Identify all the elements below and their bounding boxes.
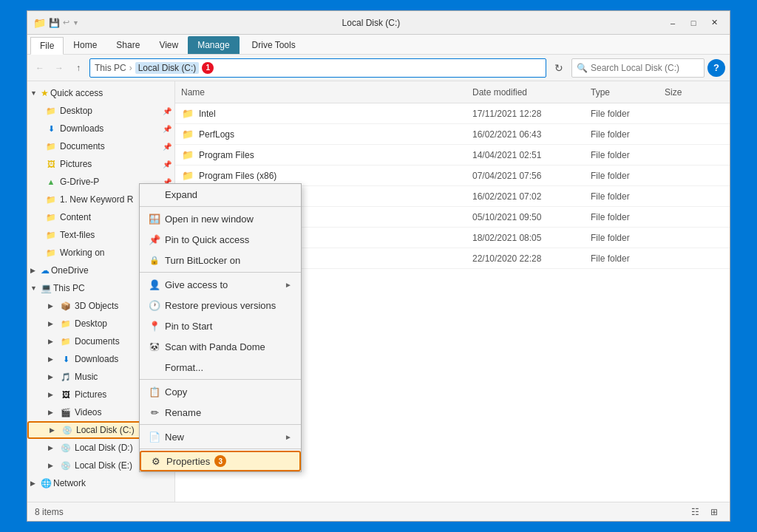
ctx-pin-to-start[interactable]: 📍 Pin to Start (140, 316, 301, 336)
ctx-restore-versions[interactable]: 🕐 Restore previous versions (140, 295, 301, 316)
sidebar-documents-label: Documents (60, 141, 160, 151)
undo-icon: ↩ (63, 18, 69, 27)
file-type-row7: File folder (591, 233, 665, 243)
textfiles-icon: 📁 (45, 229, 57, 241)
properties-icon: ⚙ (150, 455, 162, 467)
sidebar-item-downloads[interactable]: ⬇ Downloads 📌 (27, 120, 174, 137)
downloads-pc-icon: ⬇ (60, 353, 72, 365)
tab-view[interactable]: View (149, 36, 188, 54)
keyword-icon: 📁 (45, 194, 57, 205)
ctx-format[interactable]: Format... (140, 357, 301, 378)
tab-share[interactable]: Share (106, 36, 149, 54)
ctx-panda-scan[interactable]: 🐼 Scan with Panda Dome (140, 336, 301, 357)
table-row[interactable]: 📁 PerfLogs 16/02/2021 06:43 File folder (175, 124, 730, 145)
expand-icon (149, 188, 160, 200)
minimize-button[interactable]: – (663, 15, 682, 31)
format-icon (149, 361, 160, 373)
maximize-button[interactable]: □ (684, 15, 703, 31)
sidebar-item-desktop[interactable]: 📁 Desktop 📌 (27, 102, 174, 120)
downloads-pc-arrow: ▶ (48, 355, 57, 363)
new-window-icon: 🪟 (149, 213, 160, 225)
documents-icon: 📁 (45, 140, 57, 152)
ctx-open-new-window[interactable]: 🪟 Open in new window (140, 208, 301, 229)
col-header-type: Type (591, 87, 665, 98)
status-bar: 8 items ☷ ⊞ (27, 502, 730, 521)
panda-icon: 🐼 (149, 341, 160, 352)
pin-icon-documents: 📌 (163, 143, 172, 151)
pictures-pc-icon: 🖼 (60, 389, 72, 400)
local-e-arrow: ▶ (48, 462, 57, 469)
sidebar-desktop-label: Desktop (60, 106, 160, 116)
refresh-button[interactable]: ↻ (549, 58, 568, 78)
give-access-arrow: ► (285, 281, 292, 289)
col-header-name: Name (181, 87, 472, 98)
sidebar-section-network[interactable]: ▶ 🌐 Network (27, 474, 174, 492)
ribbon: File Home Share View Manage Drive Tools (27, 35, 730, 55)
ctx-rename-label: Rename (165, 407, 201, 418)
pictures-icon: 🖼 (45, 158, 57, 170)
search-icon: 🔍 (577, 63, 588, 73)
file-name-perflogs: PerfLogs (199, 129, 472, 140)
ribbon-tabs: File Home Share View Manage Drive Tools (27, 35, 730, 54)
ctx-pin-start-label: Pin to Start (165, 321, 212, 332)
title-bar-icons: 📁 💾 ↩ ▼ (33, 17, 79, 29)
ctx-new-label: New (165, 432, 184, 443)
ctx-panda-label: Scan with Panda Dome (165, 341, 265, 352)
folder-icon: 📁 (33, 17, 46, 29)
ctx-rename[interactable]: ✏ Rename (140, 402, 301, 423)
help-button[interactable]: ? (707, 59, 725, 77)
up-button[interactable]: ↑ (70, 60, 86, 76)
search-box[interactable]: 🔍 (571, 58, 705, 78)
address-path[interactable]: This PC › Local Disk (C:) 1 (89, 58, 546, 78)
tab-file[interactable]: File (30, 37, 64, 55)
file-date-programfilesx86: 07/04/2021 07:56 (472, 171, 591, 181)
ctx-pin-quick-access[interactable]: 📌 Pin to Quick access (140, 229, 301, 250)
ctx-give-access[interactable]: 👤 Give access to ► (140, 274, 301, 295)
folder-icon-intel: 📁 (181, 107, 194, 120)
ctx-new[interactable]: 📄 New ► (140, 426, 301, 447)
properties-badge: 3 (214, 455, 226, 467)
table-row[interactable]: 📁 Intel 17/11/2021 12:28 File folder (175, 103, 730, 124)
file-name-intel: Intel (199, 109, 472, 119)
desktop-pc-arrow: ▶ (48, 320, 57, 327)
ctx-copy[interactable]: 📋 Copy (140, 381, 301, 402)
music-icon: 🎵 (60, 371, 72, 383)
local-d-icon: 💿 (60, 442, 72, 454)
ctx-expand[interactable]: Expand (140, 184, 301, 205)
tab-drive-tools[interactable]: Drive Tools (242, 36, 305, 54)
music-arrow: ▶ (48, 373, 57, 381)
quick-access-label: Quick access (50, 88, 172, 98)
tab-home[interactable]: Home (64, 36, 106, 54)
title-bar: 📁 💾 ↩ ▼ Local Disk (C:) – □ ✕ (27, 11, 730, 35)
col-header-date: Date modified (472, 87, 591, 98)
status-view-controls: ☷ ⊞ (687, 504, 722, 520)
sidebar-item-documents[interactable]: 📁 Documents 📌 (27, 137, 174, 155)
table-row[interactable]: 📁 Program Files 14/04/2021 02:51 File fo… (175, 145, 730, 166)
details-view-button[interactable]: ☷ (687, 504, 703, 520)
sidebar-item-pictures[interactable]: 🖼 Pictures 📌 (27, 155, 174, 173)
large-icons-view-button[interactable]: ⊞ (706, 504, 722, 520)
search-input[interactable] (591, 63, 702, 73)
back-button[interactable]: ← (32, 60, 48, 76)
onedrive-arrow: ▶ (30, 267, 39, 274)
pin-icon-desktop: 📌 (163, 107, 172, 115)
sidebar-section-quick-access[interactable]: ▼ ★ Quick access (27, 84, 174, 102)
close-button[interactable]: ✕ (705, 15, 724, 31)
file-type-programfiles: File folder (591, 150, 665, 160)
folder-icon-programfiles: 📁 (181, 149, 194, 162)
ctx-properties[interactable]: ⚙ Properties 3 (140, 451, 301, 471)
bitlocker-icon: 🔒 (149, 254, 160, 266)
dropdown-icon: ▼ (72, 19, 79, 27)
ctx-format-label: Format... (165, 362, 203, 373)
rename-icon: ✏ (149, 406, 160, 418)
path-local-disk: Local Disk (C:) (135, 62, 200, 74)
star-icon: ★ (41, 88, 49, 98)
new-arrow: ► (285, 433, 292, 441)
forward-button[interactable]: → (51, 60, 67, 76)
file-type-windows: File folder (591, 212, 665, 222)
tab-manage[interactable]: Manage (188, 36, 239, 54)
local-e-icon: 💿 (60, 460, 72, 471)
this-pc-arrow: ▼ (30, 284, 39, 292)
ctx-bitlocker[interactable]: 🔒 Turn BitLocker on (140, 250, 301, 270)
file-date-intel: 17/11/2021 12:28 (472, 109, 591, 119)
